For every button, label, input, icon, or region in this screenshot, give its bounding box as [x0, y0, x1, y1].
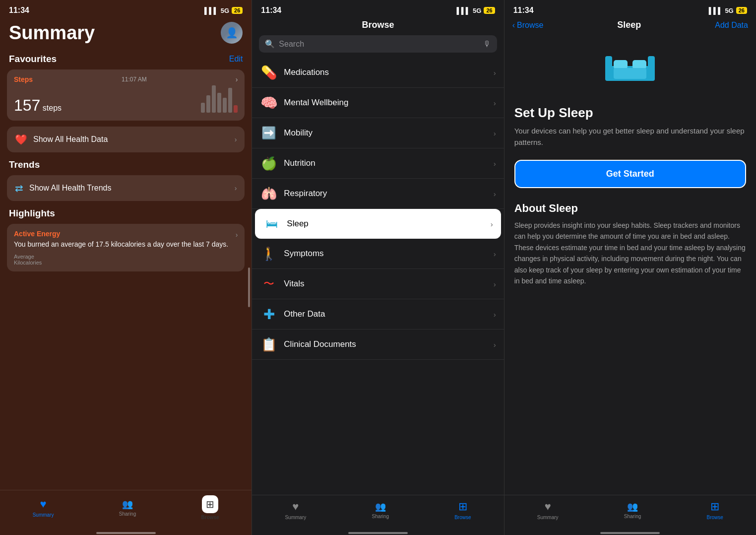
trends-chevron: ›: [235, 184, 237, 192]
clinical-label: Clinical Documents: [284, 339, 493, 349]
show-all-health-trends-row[interactable]: ⇄ Show All Health Trends ›: [7, 175, 245, 201]
battery-badge-3: 26: [736, 7, 747, 14]
vitals-chevron: ›: [494, 280, 496, 288]
steps-chevron: ›: [236, 75, 238, 83]
nav-sharing-label-3: Sharing: [624, 514, 641, 519]
symptoms-icon: 🚶: [260, 245, 278, 263]
heart-icon: ♥: [40, 498, 47, 511]
browse-list: 💊 Medications › 🧠 Mental Wellbeing › ➡️ …: [252, 58, 504, 495]
other-chevron: ›: [494, 310, 496, 319]
nav-summary-2[interactable]: ♥ Summary: [285, 500, 306, 520]
network-2: 5G: [473, 7, 481, 14]
browse-item-other[interactable]: ✚ Other Data ›: [252, 299, 504, 330]
highlights-body: You burned an average of 17.5 kilocalori…: [14, 240, 238, 250]
browse-item-mental[interactable]: 🧠 Mental Wellbeing ›: [252, 88, 504, 118]
sleep-bed-icon: [514, 46, 746, 95]
nav-sharing-3[interactable]: 👥 Sharing: [624, 501, 641, 519]
mental-icon: 🧠: [260, 94, 278, 112]
bottom-nav-3: ♥ Summary 👥 Sharing ⊞ Browse: [504, 495, 756, 530]
status-bar-1: 11:34 ▌▌▌ 5G 26: [0, 0, 252, 18]
bar-5: [223, 98, 227, 113]
browse-icon-3: ⊞: [710, 500, 719, 513]
nav-browse-label-2: Browse: [454, 515, 471, 520]
search-bar[interactable]: 🔍 Search 🎙: [259, 35, 497, 53]
signal-icon-2: ▌▌▌: [456, 7, 470, 14]
status-icons-1: ▌▌▌ 5G 26: [204, 7, 243, 14]
back-label: Browse: [517, 21, 543, 30]
avatar[interactable]: 👤: [221, 22, 243, 44]
nav-browse-2[interactable]: ⊞ Browse: [454, 500, 471, 520]
browse-item-vitals[interactable]: 〜 Vitals ›: [252, 269, 504, 299]
heart-icon-2: ♥: [292, 500, 299, 513]
nav-browse-3[interactable]: ⊞ Browse: [707, 500, 723, 520]
setup-sleep-desc: Your devices can help you get better sle…: [514, 126, 746, 148]
summary-header: Summary 👤: [0, 18, 252, 50]
steps-value: 157: [14, 96, 40, 114]
nutrition-icon: 🍏: [260, 154, 278, 172]
sharing-icon-3: 👥: [627, 501, 638, 512]
trends-icon: ⇄: [15, 182, 23, 194]
time-3: 11:34: [513, 6, 534, 15]
browse-item-nutrition[interactable]: 🍏 Nutrition ›: [252, 148, 504, 179]
scrollbar-thumb-1: [248, 268, 250, 307]
symptoms-chevron: ›: [494, 250, 496, 258]
show-all-health-data-row[interactable]: ❤️ Show All Health Data ›: [7, 127, 245, 152]
nav-summary-1[interactable]: ♥ Summary: [33, 498, 54, 518]
medications-icon: 💊: [260, 64, 278, 81]
other-icon: ✚: [260, 305, 278, 323]
heart-icon-3: ♥: [545, 500, 551, 513]
get-started-button[interactable]: Get Started: [514, 160, 746, 188]
steps-card[interactable]: Steps 11:07 AM › 157 steps: [7, 69, 245, 121]
back-button[interactable]: ‹ Browse: [512, 21, 544, 30]
medications-label: Medications: [284, 67, 493, 77]
nutrition-label: Nutrition: [284, 158, 493, 168]
nav-sharing-2[interactable]: 👥 Sharing: [372, 501, 388, 519]
nav-browse-1[interactable]: ⊞ Browse: [201, 495, 219, 520]
time-2: 11:34: [261, 6, 281, 15]
sharing-icon-2: 👥: [375, 501, 386, 512]
search-input[interactable]: Search: [279, 40, 479, 49]
nav-sharing-1[interactable]: 👥 Sharing: [119, 499, 136, 517]
steps-time: 11:07 AM: [122, 76, 147, 83]
sleep-page-title: Sleep: [617, 20, 641, 30]
setup-sleep-title: Set Up Sleep: [514, 105, 746, 121]
battery-badge-1: 26: [232, 7, 243, 14]
nav-summary-3[interactable]: ♥ Summary: [537, 500, 559, 520]
browse-item-clinical[interactable]: 📋 Clinical Documents ›: [252, 330, 504, 360]
browse-item-mobility[interactable]: ➡️ Mobility ›: [252, 118, 504, 148]
home-indicator-3: [600, 532, 660, 534]
network-1: 5G: [221, 7, 229, 14]
browse-item-sleep[interactable]: 🛏 Sleep ›: [255, 209, 501, 239]
browse-item-symptoms[interactable]: 🚶 Symptoms ›: [252, 239, 504, 269]
status-icons-3: ▌▌▌ 5G 26: [709, 7, 747, 14]
nav-summary-label-2: Summary: [285, 515, 306, 520]
sharing-icon-1: 👥: [122, 499, 133, 510]
sleep-chevron: ›: [491, 220, 493, 228]
highlights-card[interactable]: Active Energy › You burned an average of…: [7, 224, 245, 271]
vitals-icon: 〜: [260, 275, 278, 293]
mic-icon: 🎙: [483, 40, 491, 49]
time-1: 11:34: [9, 6, 29, 15]
edit-button[interactable]: Edit: [229, 55, 243, 64]
browse-icon-2: ⊞: [458, 500, 467, 513]
nav-browse-label-3: Browse: [707, 515, 723, 520]
trends-header: Trends: [0, 155, 252, 172]
favourites-label: Favourites: [9, 54, 57, 65]
back-chevron-icon: ‹: [512, 21, 515, 30]
sleep-content: Set Up Sleep Your devices can help you g…: [504, 36, 756, 495]
status-bar-3: 11:34 ▌▌▌ 5G 26: [504, 0, 756, 18]
battery-badge-2: 26: [484, 7, 495, 14]
add-data-button[interactable]: Add Data: [715, 21, 748, 30]
search-icon: 🔍: [265, 39, 275, 49]
symptoms-label: Symptoms: [284, 249, 493, 259]
about-sleep-title: About Sleep: [514, 202, 746, 215]
favourites-header: Favourites Edit: [0, 50, 252, 67]
browse-item-respiratory[interactable]: 🫁 Respiratory ›: [252, 179, 504, 209]
bar-4: [217, 93, 221, 113]
trends-label: Trends: [9, 159, 40, 170]
sleep-label: Sleep: [287, 219, 490, 229]
browse-item-medications[interactable]: 💊 Medications ›: [252, 58, 504, 88]
home-indicator-2: [348, 532, 408, 534]
browse-icon-1: ⊞: [202, 495, 218, 513]
browse-panel: 11:34 ▌▌▌ 5G 26 Browse 🔍 Search 🎙 💊 Medi…: [252, 0, 504, 535]
